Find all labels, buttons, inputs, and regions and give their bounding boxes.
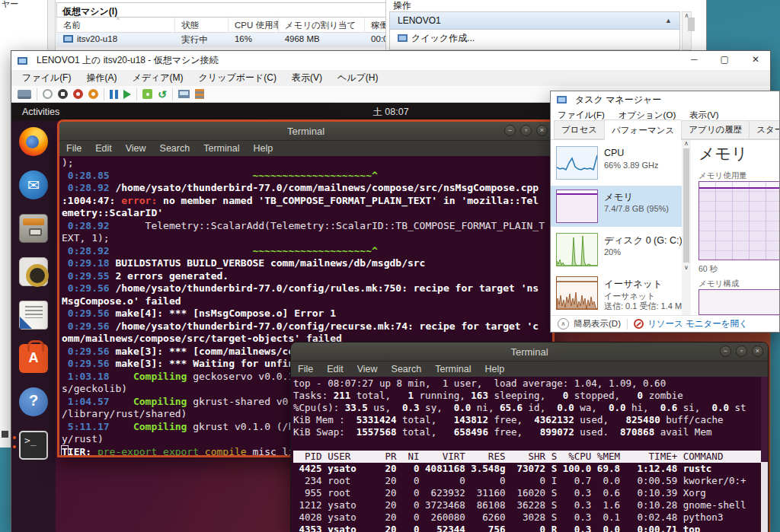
close-button[interactable]: ✕ [752,54,759,65]
turn-off-icon[interactable] [88,89,98,99]
menu-clipboard[interactable]: クリップボード(C) [191,72,284,84]
sidebar-scrollbar[interactable]: ∧ ∨ [682,140,691,315]
column-uptime[interactable]: 稼働 [365,18,385,32]
terminal-line: 1212 ysato 20 0 3723468 86108 36228 S 0.… [293,499,768,511]
column-name[interactable]: 名前^ [57,18,175,32]
stop-icon[interactable] [58,89,68,99]
help-icon[interactable] [19,387,48,416]
terminal-line: :1004:47: error: no member named 'TB_COM… [62,195,552,208]
minimize-button[interactable]: − [504,125,516,136]
sidebar-item-cpu[interactable]: CPU 66% 3.89 GHz [551,142,682,183]
start-icon[interactable] [123,90,131,99]
menu-help[interactable]: ヘルプ(H) [330,72,386,84]
terminal-line: KiB Mem : 5331424 total, 143812 free, 43… [293,414,768,426]
pause-icon[interactable] [110,90,118,99]
file-cabinet-icon[interactable] [19,214,48,243]
actions-scrollbar[interactable]: ∧ [682,11,692,50]
taskmgr-titlebar[interactable]: タスク マネージャー [551,91,779,108]
maximize-button[interactable]: ▢ [721,54,729,65]
vm-window-titlebar[interactable]: LENOVO1 上の itsv20-u18 - 仮想マシン接続 ─ ▢ ✕ [11,51,770,70]
terminal-line: ); [62,157,552,170]
pane-title: メモリ [698,143,747,164]
menu-file[interactable]: File [291,364,320,374]
open-resource-monitor-link[interactable]: リソース モニターを開く [647,318,748,330]
menu-search[interactable]: Search [153,143,197,154]
menu-terminal[interactable]: Terminal [197,143,246,154]
terminal-titlebar[interactable]: Terminal − ▫ × [291,342,768,362]
shutdown-icon[interactable] [73,89,83,99]
memory-usage-label: メモリ使用量 [698,170,747,181]
close-button[interactable]: × [752,346,763,357]
column-cpu[interactable]: CPU 使用率 [229,18,279,32]
terminal-line: 0:28.92 ~~~~~~~~~~~~~~~~~~~~^ [62,245,552,258]
vm-row-itsv20-u18[interactable]: itsv20-u18 実行中 16% 4968 MB 00:0 [56,33,386,47]
action-quick-create[interactable]: クイック作成... [390,30,679,46]
terminal-line: 0:29.56 /home/ysato/thunderbird-77.0/con… [62,320,552,333]
terminal-line: KiB Swap: 1557568 total, 658496 free, 89… [293,426,768,438]
menu-view[interactable]: View [350,364,385,374]
task-manager-icon [557,96,567,104]
menu-action[interactable]: 操作(A) [78,72,124,84]
checkpoint-icon[interactable] [142,89,152,99]
simple-view-button[interactable]: 簡易表示(D) [574,318,621,330]
actions-host-header[interactable]: LENOVO1▲ [390,12,679,30]
terminal-line: 0:28.85 ~~~~~~~~~~~~~~~~~~~~^ [62,170,552,183]
maximize-button[interactable]: ▫ [736,346,747,357]
minimize-button[interactable]: − [720,346,731,357]
firefox-icon[interactable] [19,127,48,156]
collapse-icon[interactable]: ▲ [665,17,672,24]
hyperv-tree-fragment: ヤー [2,0,18,10]
menu-view[interactable]: 表示(V) [284,72,330,84]
menu-view[interactable]: 表示(V) [682,110,725,121]
terminal-title: Terminal [291,346,768,358]
vm-list-title: 仮想マシン(I) [56,2,386,18]
terminal-icon[interactable] [19,431,48,460]
sidebar-item-ethernet[interactable]: イーサネット イーサネット 送信: 0.1 受信: 1.4 M [551,272,682,314]
sidebar-item-disk[interactable]: ディスク 0 (G: C:) 20% [551,229,682,270]
maximize-button[interactable]: ▫ [520,125,532,136]
menu-help[interactable]: Help [478,364,511,374]
scrollbar-thumb[interactable] [761,462,768,532]
menu-help[interactable]: Help [246,143,280,154]
menu-edit[interactable]: Edit [320,364,350,374]
ctrl-alt-del-icon[interactable] [18,90,31,99]
power-icon[interactable] [43,89,53,99]
column-state[interactable]: 状態 [175,18,229,32]
close-button[interactable]: × [536,125,548,136]
pane-splitter[interactable] [47,0,56,50]
terminal-titlebar[interactable]: Terminal − ▫ × [59,122,552,141]
toolbar-separator [136,88,137,100]
enhanced-session-icon[interactable] [178,90,190,98]
tab-app-history[interactable]: アプリの履歴 [681,120,749,139]
thunderbird-icon[interactable]: ✉ [19,170,48,199]
menu-view[interactable]: View [119,143,153,154]
menu-terminal[interactable]: Terminal [428,364,478,374]
taskmgr-body: CPU 66% 3.89 GHz メモリ 7.4/7.8 GB (95%) ディ… [551,140,779,315]
terminal-line: 0:29.56 make[4]: *** [nsMsgCompose.o] Er… [62,307,552,320]
tab-performance[interactable]: パフォーマンス [604,119,681,140]
menu-search[interactable]: Search [385,364,429,374]
tab-processes[interactable]: プロセス [554,120,604,139]
minimize-button[interactable]: ─ [691,54,698,65]
task-manager-window: タスク マネージャー ファイル(F) オプション(O) 表示(V) プロセス パ… [550,91,780,333]
sidebar-item-memory[interactable]: メモリ 7.4/7.8 GB (95%) [551,186,682,227]
memory-sparkline [556,190,598,223]
terminal-output[interactable]: top - 08:07:27 up 8 min, 1 user, load av… [291,377,768,532]
scroll-down-icon[interactable]: ∨ [684,264,689,271]
column-memory[interactable]: メモリの割り当て [279,18,365,32]
share-icon[interactable] [195,89,204,99]
menu-file[interactable]: ファイル(F) [14,72,78,84]
menu-edit[interactable]: Edit [88,143,119,154]
menu-file[interactable]: ファイル(F) [551,110,612,121]
menu-file[interactable]: File [59,143,88,154]
ubuntu-software-icon[interactable] [19,344,48,373]
rhythmbox-icon[interactable] [19,257,48,286]
menu-media[interactable]: メディア(M) [124,72,190,84]
tab-startup[interactable]: スタートアップ [749,120,780,139]
scroll-up-icon[interactable]: ∧ [684,140,689,147]
terminal-line: 0:28.92 /home/ysato/thunderbird-77.0/com… [62,182,552,195]
libreoffice-writer-icon[interactable] [19,301,48,330]
memory-composition-chart [698,289,780,315]
terminal-line: EXT, 1); [62,232,552,245]
revert-icon[interactable]: ↺ [158,89,167,100]
